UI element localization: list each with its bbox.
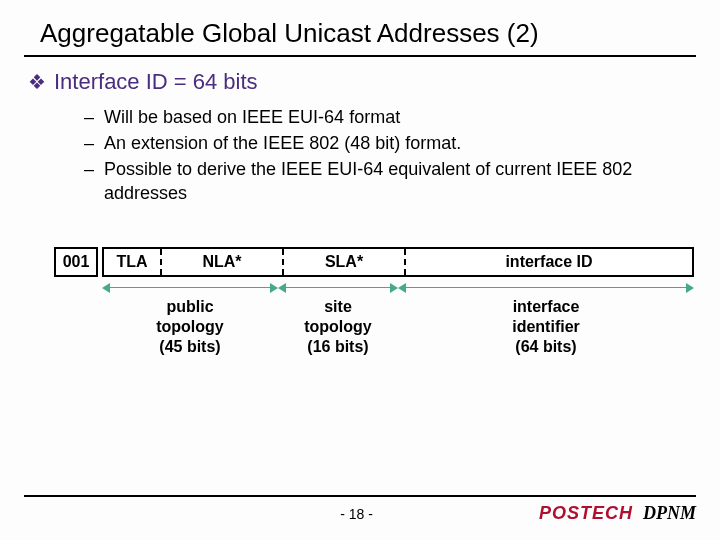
page-number: - 18 - [174,506,539,522]
bullet-level1: ❖ Interface ID = 64 bits [24,69,696,101]
field-tla: TLA [104,249,160,275]
span-label: interface identifier (64 bits) [398,293,694,357]
field-nla: NLA* [162,249,282,275]
footer: - 18 - POSTECH DPNM [24,495,696,524]
fields-box: TLA NLA* SLA* interface ID [102,247,694,277]
footer-rule [24,495,696,497]
content-area: ❖ Interface ID = 64 bits – Will be based… [0,69,720,357]
postech-logo: POSTECH [539,503,633,524]
double-arrow-icon [278,283,398,293]
field-interface-id: interface ID [406,249,692,275]
field-sla: SLA* [284,249,404,275]
sub-bullet-text: An extension of the IEEE 802 (48 bit) fo… [104,131,461,155]
sub-bullet-list: – Will be based on IEEE EUI-64 format – … [24,101,696,207]
footer-logos: POSTECH DPNM [539,503,696,524]
slide-title: Aggregatable Global Unicast Addresses (2… [0,0,720,55]
dpnm-logo: DPNM [643,503,696,524]
prefix-box: 001 [54,247,98,277]
span-site: site topology (16 bits) [278,283,398,357]
span-public: public topology (45 bits) [102,283,278,357]
double-arrow-icon [102,283,278,293]
address-diagram: 001 TLA NLA* SLA* interface ID public to… [54,247,694,357]
title-rule [24,55,696,57]
dash-icon: – [84,131,94,155]
dash-icon: – [84,105,94,129]
dash-icon: – [84,157,94,205]
sub-bullet: – An extension of the IEEE 802 (48 bit) … [84,131,696,157]
address-fields-row: 001 TLA NLA* SLA* interface ID [54,247,694,277]
span-interface: interface identifier (64 bits) [398,283,694,357]
span-label: site topology (16 bits) [278,293,398,357]
sub-bullet: – Possible to derive the IEEE EUI-64 equ… [84,157,696,207]
span-labels-row: public topology (45 bits) site topology … [102,283,694,357]
span-label: public topology (45 bits) [102,293,278,357]
bullet-text: Interface ID = 64 bits [54,69,258,95]
footer-row: - 18 - POSTECH DPNM [24,503,696,524]
sub-bullet-text: Possible to derive the IEEE EUI-64 equiv… [104,157,696,205]
sub-bullet-text: Will be based on IEEE EUI-64 format [104,105,400,129]
double-arrow-icon [398,283,694,293]
diamond-bullet-icon: ❖ [28,69,46,95]
sub-bullet: – Will be based on IEEE EUI-64 format [84,105,696,131]
